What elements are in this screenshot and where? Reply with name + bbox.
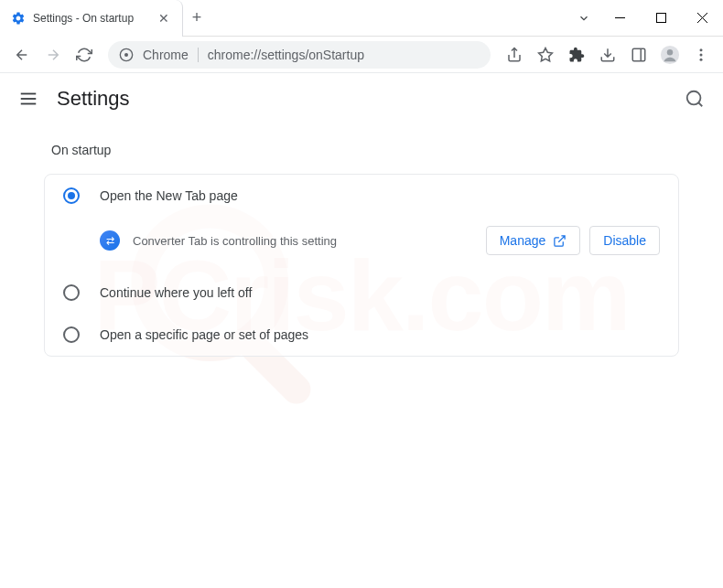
toolbar: Chrome chrome://settings/onStartup: [0, 37, 723, 73]
search-settings-button[interactable]: [685, 89, 705, 109]
forward-button[interactable]: [38, 40, 68, 69]
address-bar[interactable]: Chrome chrome://settings/onStartup: [108, 41, 491, 69]
radio-label: Open the New Tab page: [100, 188, 238, 203]
extension-notice-text: Converter Tab is controlling this settin…: [133, 234, 337, 248]
svg-line-17: [698, 102, 702, 106]
site-info-icon[interactable]: [119, 48, 134, 62]
radio-specific-page[interactable]: Open a specific page or set of pages: [45, 314, 678, 356]
radio-open-new-tab[interactable]: Open the New Tab page: [45, 175, 678, 217]
side-panel-button[interactable]: [624, 40, 653, 69]
menu-toggle-button[interactable]: [18, 89, 38, 109]
url-text: chrome://settings/onStartup: [208, 48, 364, 62]
downloads-button[interactable]: [593, 40, 622, 69]
svg-point-11: [700, 53, 703, 56]
settings-header: Settings: [0, 73, 723, 124]
radio-icon: [63, 187, 80, 204]
minimize-button[interactable]: [599, 0, 641, 37]
disable-button[interactable]: Disable: [589, 226, 660, 255]
svg-point-12: [700, 58, 703, 60]
tab-title: Settings - On startup: [33, 12, 134, 25]
reload-button[interactable]: [70, 40, 99, 69]
extensions-button[interactable]: [562, 40, 591, 69]
extension-notice-row: ⇄ Converter Tab is controlling this sett…: [45, 217, 678, 272]
profile-button[interactable]: [655, 40, 685, 69]
menu-button[interactable]: [686, 40, 716, 69]
svg-point-10: [700, 48, 703, 51]
radio-label: Continue where you left off: [100, 285, 252, 300]
tab-close-icon[interactable]: ✕: [155, 9, 173, 27]
manage-button[interactable]: Manage: [486, 226, 581, 255]
svg-point-5: [124, 53, 128, 57]
new-tab-button[interactable]: +: [183, 0, 210, 36]
radio-icon: [63, 284, 80, 301]
titlebar: Settings - On startup ✕ +: [0, 0, 723, 37]
page-title: Settings: [57, 87, 130, 111]
settings-panel: On startup Open the New Tab page ⇄ Conve…: [0, 124, 723, 375]
close-window-button[interactable]: [682, 0, 723, 37]
section-title: On startup: [44, 143, 679, 157]
share-button[interactable]: [500, 40, 529, 69]
radio-continue[interactable]: Continue where you left off: [45, 272, 678, 314]
settings-favicon-icon: [11, 11, 26, 26]
window-controls: [568, 0, 723, 36]
svg-rect-2: [615, 17, 625, 18]
maximize-button[interactable]: [641, 0, 682, 37]
svg-rect-6: [632, 48, 645, 61]
svg-rect-3: [657, 14, 666, 23]
radio-label: Open a specific page or set of pages: [100, 327, 308, 342]
url-scheme-label: Chrome: [143, 48, 199, 62]
browser-tab[interactable]: Settings - On startup ✕: [0, 0, 183, 37]
back-button[interactable]: [7, 40, 37, 69]
tab-search-button[interactable]: [568, 0, 599, 37]
startup-card: Open the New Tab page ⇄ Converter Tab is…: [44, 174, 679, 357]
bookmark-button[interactable]: [531, 40, 560, 69]
radio-icon: [63, 326, 80, 343]
svg-point-16: [687, 91, 701, 105]
external-link-icon: [553, 234, 567, 248]
extension-icon: ⇄: [100, 230, 120, 251]
svg-point-9: [667, 49, 673, 55]
